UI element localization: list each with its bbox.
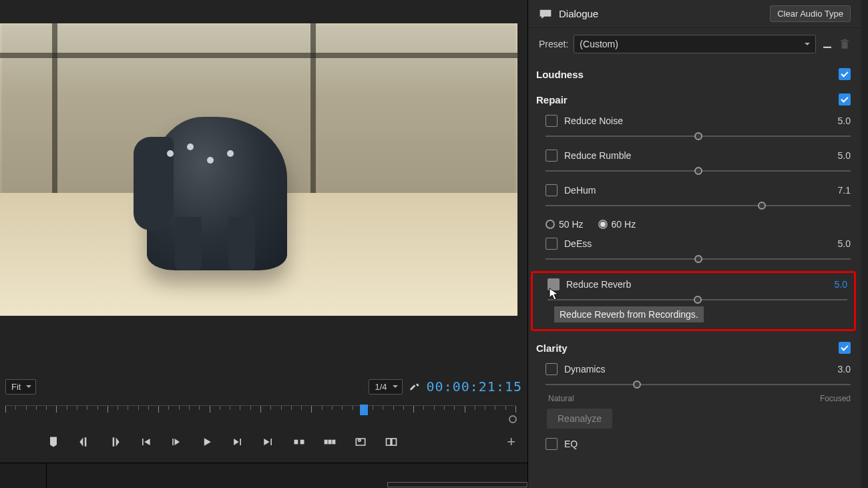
- dehum-slider[interactable]: [546, 200, 851, 211]
- svg-rect-5: [387, 439, 391, 445]
- preview-video-frame[interactable]: [0, 23, 517, 316]
- dialogue-header: Dialogue Clear Audio Type: [528, 0, 861, 28]
- svg-rect-4: [332, 440, 335, 445]
- essential-sound-panel: Dialogue Clear Audio Type Preset: (Custo…: [527, 0, 868, 488]
- transport-controls: +: [47, 431, 515, 453]
- reduce-noise-param: Reduce Noise 5.0: [528, 111, 861, 146]
- loudness-checkbox[interactable]: [839, 68, 851, 80]
- out-point-icon[interactable]: [108, 435, 122, 449]
- eq-param: EQ: [528, 434, 861, 453]
- clarity-checkbox[interactable]: [839, 342, 851, 354]
- zoom-select[interactable]: Fit: [5, 379, 36, 395]
- preset-label: Preset:: [539, 39, 568, 49]
- dynamics-param: Dynamics 3.0: [528, 359, 861, 394]
- reduce-rumble-param: Reduce Rumble 5.0: [528, 146, 861, 180]
- delete-preset-icon: [839, 38, 851, 50]
- save-preset-icon[interactable]: [821, 38, 833, 50]
- play-icon[interactable]: [200, 435, 214, 449]
- svg-rect-6: [392, 439, 397, 445]
- resolution-select[interactable]: 1/4: [369, 379, 402, 395]
- bottom-panels: [0, 463, 527, 488]
- clarity-section[interactable]: Clarity: [528, 334, 861, 359]
- repair-checkbox[interactable]: [839, 93, 851, 105]
- ruler-end-marker: [509, 415, 517, 423]
- preset-select[interactable]: (Custom): [574, 35, 816, 53]
- dynamics-range-labels: Natural Focused: [528, 394, 861, 403]
- hz50-radio[interactable]: 50 Hz: [546, 219, 584, 230]
- deess-param: DeEss 5.0: [528, 234, 861, 268]
- svg-rect-3: [329, 440, 332, 445]
- preview-area: [0, 0, 527, 316]
- deess-checkbox[interactable]: [546, 238, 558, 250]
- step-back-icon[interactable]: [170, 435, 183, 449]
- program-monitor: Fit 1/4 00:00:21:15 +: [0, 0, 527, 488]
- go-to-out-icon[interactable]: [262, 435, 275, 449]
- reanalyze-button[interactable]: Reanalyze: [547, 409, 612, 429]
- comparison-view-icon[interactable]: [385, 435, 398, 449]
- dialogue-icon: [539, 9, 552, 19]
- preview-controls-bar: Fit 1/4 00:00:21:15: [5, 377, 522, 396]
- scrollbar[interactable]: [861, 0, 868, 488]
- dynamics-slider[interactable]: [546, 379, 851, 390]
- hz60-radio[interactable]: 60 Hz: [598, 219, 636, 230]
- reduce-noise-slider[interactable]: [546, 131, 851, 142]
- dehum-value[interactable]: 7.1: [838, 185, 851, 196]
- dehum-freq-row: 50 Hz 60 Hz: [528, 215, 861, 234]
- timeline-ruler[interactable]: [5, 405, 515, 424]
- reduce-rumble-value[interactable]: 5.0: [838, 150, 851, 161]
- insert-icon[interactable]: [292, 435, 306, 449]
- loudness-section[interactable]: Loudness: [528, 60, 861, 85]
- preset-row: Preset: (Custom): [528, 28, 861, 60]
- hz50-label: 50 Hz: [559, 219, 584, 230]
- eq-label: EQ: [564, 439, 851, 449]
- dynamics-label: Dynamics: [564, 364, 831, 375]
- export-frame-icon[interactable]: [354, 435, 367, 449]
- clear-audio-type-button[interactable]: Clear Audio Type: [770, 5, 851, 22]
- button-editor-icon[interactable]: +: [507, 433, 515, 451]
- repair-label: Repair: [536, 94, 839, 105]
- reduce-rumble-label: Reduce Rumble: [564, 150, 831, 161]
- reduce-reverb-value[interactable]: 5.0: [835, 279, 847, 290]
- marker-icon[interactable]: [47, 435, 60, 449]
- dynamics-checkbox[interactable]: [546, 363, 558, 375]
- reduce-noise-label: Reduce Noise: [564, 115, 831, 126]
- dehum-param: DeHum 7.1: [528, 180, 861, 215]
- deess-label: DeEss: [564, 238, 831, 249]
- dynamics-left-label: Natural: [548, 394, 574, 403]
- reduce-reverb-label: Reduce Reverb: [566, 279, 828, 290]
- reduce-noise-value[interactable]: 5.0: [838, 115, 851, 126]
- settings-icon[interactable]: [409, 381, 420, 392]
- reduce-noise-checkbox[interactable]: [546, 115, 558, 127]
- reduce-reverb-slider[interactable]: [548, 294, 847, 305]
- cursor-icon: [549, 288, 558, 301]
- dehum-checkbox[interactable]: [546, 184, 558, 196]
- deess-slider[interactable]: [546, 254, 851, 264]
- playhead[interactable]: [360, 405, 368, 415]
- deess-value[interactable]: 5.0: [838, 238, 851, 249]
- svg-rect-2: [324, 440, 328, 445]
- repair-section[interactable]: Repair: [528, 85, 861, 111]
- hz60-label: 60 Hz: [612, 219, 636, 230]
- dynamics-value[interactable]: 3.0: [838, 364, 851, 375]
- reduce-reverb-tooltip: Reduce Reverb from Recordings.: [554, 306, 704, 322]
- svg-rect-0: [294, 440, 298, 445]
- dialogue-title: Dialogue: [559, 8, 770, 19]
- clarity-label: Clarity: [536, 342, 839, 354]
- svg-rect-1: [300, 440, 304, 445]
- dehum-label: DeHum: [564, 185, 831, 196]
- timecode[interactable]: 00:00:21:15: [427, 379, 522, 395]
- go-to-in-icon[interactable]: [139, 435, 152, 449]
- reduce-rumble-slider[interactable]: [546, 166, 851, 176]
- dynamics-right-label: Focused: [820, 394, 851, 403]
- step-forward-icon[interactable]: [231, 435, 244, 449]
- panel-outline: [387, 482, 527, 487]
- reduce-rumble-checkbox[interactable]: [546, 150, 558, 162]
- reduce-reverb-highlight: Reduce Reverb 5.0 Reduce Reverb from Rec…: [531, 271, 856, 331]
- in-point-icon[interactable]: [77, 435, 91, 449]
- loudness-label: Loudness: [536, 69, 839, 80]
- overwrite-icon[interactable]: [323, 435, 337, 449]
- eq-checkbox[interactable]: [546, 438, 558, 450]
